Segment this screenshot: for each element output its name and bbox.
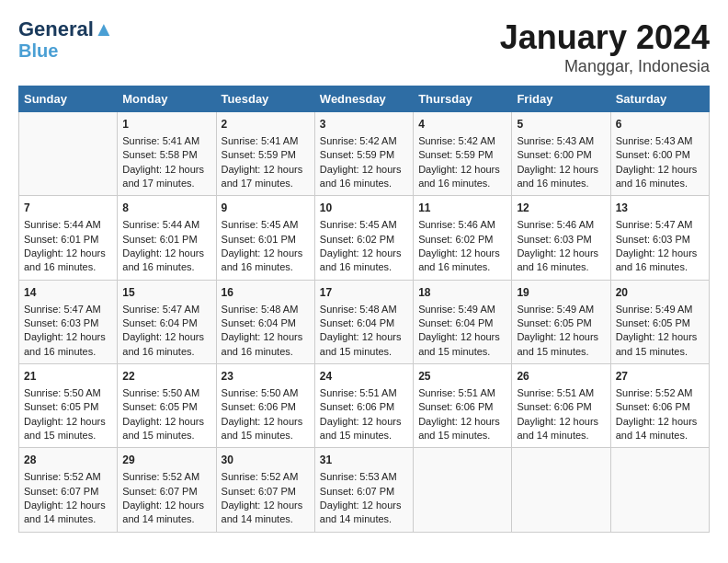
- sunset-text: Sunset: 6:03 PM: [24, 317, 98, 328]
- day-header-saturday: Saturday: [610, 86, 709, 112]
- daylight-text: Daylight: 12 hours and 15 minutes.: [418, 416, 500, 441]
- sunrise-text: Sunrise: 5:44 AM: [24, 219, 101, 230]
- day-number: 19: [517, 285, 605, 301]
- sunset-text: Sunset: 5:59 PM: [320, 149, 394, 160]
- sunrise-text: Sunrise: 5:47 AM: [122, 304, 199, 315]
- sunset-text: Sunset: 6:04 PM: [222, 317, 296, 328]
- sunset-text: Sunset: 6:06 PM: [517, 401, 591, 412]
- calendar-cell: 12Sunrise: 5:46 AMSunset: 6:03 PMDayligh…: [512, 196, 610, 280]
- sunrise-text: Sunrise: 5:41 AM: [122, 135, 199, 146]
- sunset-text: Sunset: 6:07 PM: [24, 486, 98, 497]
- sunset-text: Sunset: 6:06 PM: [418, 401, 493, 412]
- sunset-text: Sunset: 6:04 PM: [122, 317, 197, 328]
- day-number: 8: [122, 201, 210, 216]
- day-number: 20: [616, 285, 704, 301]
- day-number: 3: [320, 117, 408, 132]
- sunrise-text: Sunrise: 5:50 AM: [122, 387, 199, 398]
- daylight-text: Daylight: 12 hours and 16 minutes.: [222, 247, 303, 272]
- sunrise-text: Sunrise: 5:50 AM: [222, 387, 299, 398]
- sunrise-text: Sunrise: 5:41 AM: [222, 135, 299, 146]
- day-header-tuesday: Tuesday: [216, 86, 314, 112]
- sunrise-text: Sunrise: 5:51 AM: [418, 387, 495, 398]
- logo: General▲ Blue: [18, 18, 114, 61]
- sunset-text: Sunset: 6:05 PM: [122, 401, 197, 412]
- day-number: 2: [222, 117, 310, 132]
- calendar-cell: 28Sunrise: 5:52 AMSunset: 6:07 PMDayligh…: [19, 448, 118, 532]
- calendar-cell: 13Sunrise: 5:47 AMSunset: 6:03 PMDayligh…: [610, 196, 709, 280]
- daylight-text: Daylight: 12 hours and 15 minutes.: [320, 331, 402, 356]
- daylight-text: Daylight: 12 hours and 14 minutes.: [122, 500, 204, 524]
- calendar-cell: 5Sunrise: 5:43 AMSunset: 6:00 PMDaylight…: [512, 112, 610, 196]
- daylight-text: Daylight: 12 hours and 16 minutes.: [517, 164, 598, 189]
- day-number: 14: [24, 285, 112, 301]
- calendar-cell: [610, 448, 709, 532]
- daylight-text: Daylight: 12 hours and 14 minutes.: [616, 416, 698, 441]
- calendar-cell: 24Sunrise: 5:51 AMSunset: 6:06 PMDayligh…: [314, 364, 413, 448]
- sunrise-text: Sunrise: 5:46 AM: [517, 219, 594, 230]
- daylight-text: Daylight: 12 hours and 14 minutes.: [222, 500, 303, 524]
- day-number: 5: [517, 117, 605, 132]
- calendar-cell: 8Sunrise: 5:44 AMSunset: 6:01 PMDaylight…: [118, 196, 216, 280]
- daylight-text: Daylight: 12 hours and 15 minutes.: [122, 416, 204, 441]
- daylight-text: Daylight: 12 hours and 14 minutes.: [24, 500, 106, 524]
- sunset-text: Sunset: 5:58 PM: [122, 149, 197, 160]
- day-number: 30: [222, 453, 310, 468]
- day-number: 29: [122, 453, 210, 468]
- daylight-text: Daylight: 12 hours and 15 minutes.: [320, 416, 402, 441]
- day-number: 16: [222, 285, 310, 301]
- daylight-text: Daylight: 12 hours and 16 minutes.: [24, 331, 106, 356]
- week-row-2: 7Sunrise: 5:44 AMSunset: 6:01 PMDaylight…: [19, 196, 710, 280]
- calendar-cell: 27Sunrise: 5:52 AMSunset: 6:06 PMDayligh…: [610, 364, 709, 448]
- day-number: 17: [320, 285, 408, 301]
- sunset-text: Sunset: 6:00 PM: [517, 149, 591, 160]
- sunset-text: Sunset: 6:05 PM: [517, 317, 591, 328]
- sunset-text: Sunset: 6:06 PM: [222, 401, 296, 412]
- calendar-cell: 1Sunrise: 5:41 AMSunset: 5:58 PMDaylight…: [118, 112, 216, 196]
- sunrise-text: Sunrise: 5:49 AM: [418, 304, 495, 315]
- sunset-text: Sunset: 6:06 PM: [320, 401, 394, 412]
- daylight-text: Daylight: 12 hours and 16 minutes.: [517, 247, 598, 272]
- sunset-text: Sunset: 6:02 PM: [418, 234, 493, 245]
- week-row-3: 14Sunrise: 5:47 AMSunset: 6:03 PMDayligh…: [19, 280, 710, 363]
- day-header-monday: Monday: [118, 86, 216, 112]
- calendar-cell: 6Sunrise: 5:43 AMSunset: 6:00 PMDaylight…: [610, 112, 709, 196]
- sunrise-text: Sunrise: 5:46 AM: [418, 219, 495, 230]
- day-number: 10: [320, 201, 408, 216]
- page-title: January 2024: [500, 18, 710, 57]
- calendar-cell: 25Sunrise: 5:51 AMSunset: 6:06 PMDayligh…: [414, 364, 512, 448]
- day-number: 15: [122, 285, 210, 301]
- calendar-cell: 16Sunrise: 5:48 AMSunset: 6:04 PMDayligh…: [216, 280, 314, 363]
- daylight-text: Daylight: 12 hours and 15 minutes.: [222, 416, 303, 441]
- day-number: 7: [24, 201, 112, 216]
- calendar-cell: 4Sunrise: 5:42 AMSunset: 5:59 PMDaylight…: [414, 112, 512, 196]
- calendar-cell: 19Sunrise: 5:49 AMSunset: 6:05 PMDayligh…: [512, 280, 610, 363]
- page-header: General▲ Blue January 2024 Manggar, Indo…: [18, 18, 710, 76]
- daylight-text: Daylight: 12 hours and 14 minutes.: [517, 416, 598, 441]
- day-number: 25: [418, 369, 506, 385]
- daylight-text: Daylight: 12 hours and 15 minutes.: [418, 331, 500, 356]
- sunset-text: Sunset: 6:07 PM: [222, 486, 296, 497]
- sunrise-text: Sunrise: 5:42 AM: [418, 135, 495, 146]
- sunset-text: Sunset: 6:07 PM: [320, 486, 394, 497]
- day-header-wednesday: Wednesday: [314, 86, 413, 112]
- sunrise-text: Sunrise: 5:47 AM: [616, 219, 693, 230]
- sunset-text: Sunset: 6:03 PM: [517, 234, 591, 245]
- daylight-text: Daylight: 12 hours and 16 minutes.: [616, 164, 698, 189]
- calendar-cell: [19, 112, 118, 196]
- sunset-text: Sunset: 6:01 PM: [222, 234, 296, 245]
- sunset-text: Sunset: 6:04 PM: [320, 317, 394, 328]
- sunset-text: Sunset: 6:01 PM: [24, 234, 98, 245]
- page-subtitle: Manggar, Indonesia: [500, 57, 710, 76]
- day-number: 27: [616, 369, 704, 385]
- daylight-text: Daylight: 12 hours and 16 minutes.: [122, 247, 204, 272]
- day-number: 28: [24, 453, 112, 468]
- sunrise-text: Sunrise: 5:52 AM: [24, 471, 101, 482]
- day-header-thursday: Thursday: [414, 86, 512, 112]
- calendar-cell: 10Sunrise: 5:45 AMSunset: 6:02 PMDayligh…: [314, 196, 413, 280]
- sunrise-text: Sunrise: 5:52 AM: [616, 387, 693, 398]
- day-number: 22: [122, 369, 210, 385]
- daylight-text: Daylight: 12 hours and 17 minutes.: [122, 164, 204, 189]
- day-header-friday: Friday: [512, 86, 610, 112]
- daylight-text: Daylight: 12 hours and 16 minutes.: [24, 247, 106, 272]
- sunrise-text: Sunrise: 5:45 AM: [222, 219, 299, 230]
